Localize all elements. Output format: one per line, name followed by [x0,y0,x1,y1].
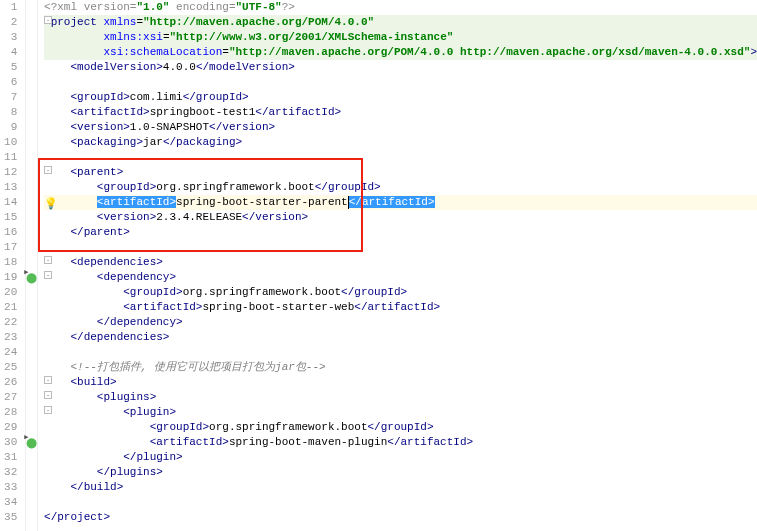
run-marker-icon[interactable]: ⬤▶ [26,437,37,449]
line-number: 2 [0,15,17,30]
build-open: <build> [70,376,116,388]
project-tag: project [51,16,97,28]
parent-groupid-close: </groupId> [315,181,381,193]
fold-marker-icon[interactable]: - [44,376,52,384]
line-number: 23 [0,330,17,345]
dep-artifactid-text: spring-boot-starter-web [202,301,354,313]
line-number-gutter: 1 2 3 4 5 6 7 8 9 10 11 12 13 14 15 16 1… [0,0,26,531]
line-number: 19 [0,270,17,285]
project-close-tag: </project> [44,511,110,523]
parent-groupid-text: org.springframework.boot [156,181,314,193]
line-number: 22 [0,315,17,330]
fold-marker-icon[interactable]: - [44,271,52,279]
line-number: 21 [0,300,17,315]
packaging-text: jar [143,136,163,148]
line-number: 32 [0,465,17,480]
parent-close: </parent> [70,226,129,238]
xml-decl-ver-val: "1.0" [136,1,169,13]
line-number: 35 [0,510,17,525]
plugin-groupid-close: </groupId> [368,421,434,433]
line-number: 33 [0,480,17,495]
schemaloc-attr: xsi:schemaLocation [103,46,222,58]
line-number: 20 [0,285,17,300]
dependencies-close: </dependencies> [70,331,169,343]
dep-groupid-close: </groupId> [341,286,407,298]
tag-close: > [750,46,757,58]
build-comment: <!--打包插件, 使用它可以把项目打包为jar包--> [70,361,325,373]
selected-artifactid-open: <artifactId> [97,196,176,208]
fold-marker-icon[interactable]: - [44,391,52,399]
code-area[interactable]: <?xml version="1.0" encoding="UTF-8"?> <… [38,0,757,531]
line-number: 1 [0,0,17,15]
fold-marker-icon[interactable]: - [44,166,52,174]
xml-decl-enc-val: "UTF-8" [236,1,282,13]
version-open: <version> [70,121,129,133]
dep-artifactid-close: </artifactId> [354,301,440,313]
fold-marker-icon[interactable]: - [44,256,52,264]
parent-groupid-open: <groupId> [97,181,156,193]
line-number: 14 [0,195,17,210]
xmlns-val: "http://maven.apache.org/POM/4.0.0" [143,16,374,28]
dependency-close: </dependency> [97,316,183,328]
xml-decl-name: xml [57,1,77,13]
xml-decl-close: ?> [282,1,295,13]
dep-groupid-text: org.springframework.boot [183,286,341,298]
xml-decl-enc-key: encoding [169,1,228,13]
fold-marker-icon[interactable]: - [44,16,52,24]
line-number: 26 [0,375,17,390]
groupid-text: com.limi [130,91,183,103]
gutter-markers: ⬤▶ ⬤▶ [26,0,38,531]
packaging-open: <packaging> [70,136,143,148]
groupid-open: <groupId> [70,91,129,103]
line-number: 8 [0,105,17,120]
plugin-open: <plugin> [123,406,176,418]
xml-decl-ver-key: version [77,1,130,13]
line-number: 30 [0,435,17,450]
fold-gutter: - - - - - - - [44,0,52,531]
line-number: 27 [0,390,17,405]
line-number: 3 [0,30,17,45]
parent-version-close: </version> [242,211,308,223]
line-number: 13 [0,180,17,195]
plugin-artifactid-open: <artifactId> [150,436,229,448]
line-number: 6 [0,75,17,90]
dependency-open: <dependency> [97,271,176,283]
line-number: 12 [0,165,17,180]
line-number: 16 [0,225,17,240]
packaging-close: </packaging> [163,136,242,148]
line-number: 24 [0,345,17,360]
plugins-open: <plugins> [97,391,156,403]
dep-groupid-open: <groupId> [123,286,182,298]
selected-artifactid-close: </artifactId> [349,196,435,208]
parent-version-text: 2.3.4.RELEASE [156,211,242,223]
dep-artifactid-open: <artifactId> [123,301,202,313]
fold-marker-icon[interactable]: - [44,406,52,414]
modelversion-open: <modelVersion> [70,61,162,73]
dependencies-open: <dependencies> [70,256,162,268]
groupid-close: </groupId> [183,91,249,103]
plugin-close: </plugin> [123,451,182,463]
plugin-groupid-text: org.springframework.boot [209,421,367,433]
line-number: 18 [0,255,17,270]
line-number: 31 [0,450,17,465]
modelversion-close: </modelVersion> [196,61,295,73]
parent-open: <parent> [70,166,123,178]
plugin-artifactid-close: </artifactId> [387,436,473,448]
build-close: </build> [70,481,123,493]
code-editor[interactable]: 1 2 3 4 5 6 7 8 9 10 11 12 13 14 15 16 1… [0,0,757,531]
artifactid-text: springboot-test1 [150,106,256,118]
line-number: 29 [0,420,17,435]
line-number: 15 [0,210,17,225]
plugin-artifactid-text: spring-boot-maven-plugin [229,436,387,448]
line-number: 10 [0,135,17,150]
line-number: 34 [0,495,17,510]
line-number: 9 [0,120,17,135]
parent-version-open: <version> [97,211,156,223]
run-marker-icon[interactable]: ⬤▶ [26,272,37,284]
schemaloc-val: "http://maven.apache.org/POM/4.0.0 http:… [229,46,751,58]
version-close: </version> [209,121,275,133]
plugins-close: </plugins> [97,466,163,478]
line-number: 25 [0,360,17,375]
plugin-groupid-open: <groupId> [150,421,209,433]
line-number: 28 [0,405,17,420]
